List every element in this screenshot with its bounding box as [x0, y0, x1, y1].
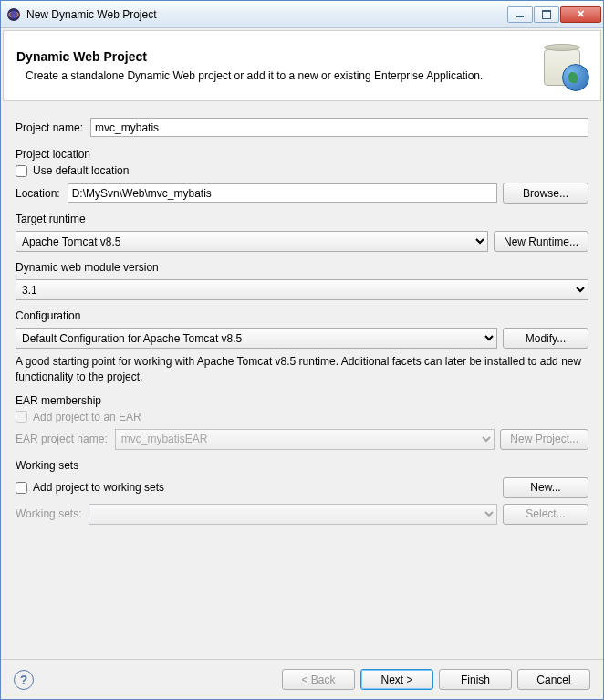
working-sets-select: [89, 504, 497, 525]
cancel-button[interactable]: Cancel: [517, 669, 590, 690]
finish-button[interactable]: Finish: [439, 669, 512, 690]
use-default-location-label: Use default location: [33, 164, 129, 177]
eclipse-icon: [6, 7, 21, 22]
titlebar: New Dynamic Web Project ✕: [1, 1, 603, 28]
working-sets-legend: Working sets: [16, 459, 588, 472]
location-input[interactable]: [68, 183, 497, 203]
page-subtitle: Create a standalone Dynamic Web project …: [16, 69, 531, 82]
ear-project-name-select: mvc_mybatisEAR: [115, 429, 495, 450]
project-name-label: Project name:: [16, 121, 83, 134]
help-icon[interactable]: ?: [14, 670, 34, 690]
page-title: Dynamic Web Project: [16, 49, 531, 64]
dialog-window: New Dynamic Web Project ✕ Dynamic Web Pr…: [0, 0, 604, 700]
module-version-legend: Dynamic web module version: [16, 261, 588, 274]
add-to-working-sets-label: Add project to working sets: [33, 481, 164, 494]
close-button[interactable]: ✕: [560, 6, 601, 23]
back-button: < Back: [282, 669, 355, 690]
maximize-button[interactable]: [534, 6, 559, 23]
content-area: Project name: Project location Use defau…: [1, 103, 603, 659]
target-runtime-legend: Target runtime: [16, 213, 588, 225]
module-version-select[interactable]: 3.1: [16, 279, 588, 300]
configuration-select[interactable]: Default Configuration for Apache Tomcat …: [16, 328, 497, 349]
project-name-input[interactable]: [90, 118, 588, 137]
modify-button[interactable]: Modify...: [503, 328, 588, 349]
target-runtime-select[interactable]: Apache Tomcat v8.5: [16, 231, 488, 252]
add-to-ear-label: Add project to an EAR: [33, 411, 141, 423]
project-location-legend: Project location: [16, 148, 588, 161]
location-label: Location:: [16, 187, 60, 200]
minimize-button[interactable]: [507, 6, 533, 23]
configuration-legend: Configuration: [16, 309, 588, 322]
working-sets-label: Working sets:: [16, 507, 81, 520]
browse-button[interactable]: Browse...: [503, 183, 588, 204]
window-controls: ✕: [507, 6, 601, 23]
configuration-hint: A good starting point for working with A…: [16, 354, 588, 385]
wizard-icon: [540, 42, 588, 89]
new-ear-project-button: New Project...: [500, 429, 588, 450]
footer: ? < Back Next > Finish Cancel: [1, 659, 603, 699]
new-runtime-button[interactable]: New Runtime...: [494, 231, 588, 252]
add-to-working-sets-checkbox[interactable]: [16, 482, 27, 494]
next-button[interactable]: Next >: [360, 669, 433, 690]
new-working-set-button[interactable]: New...: [503, 477, 588, 498]
use-default-location-checkbox[interactable]: [16, 165, 27, 177]
add-to-ear-checkbox[interactable]: [16, 411, 27, 423]
ear-project-name-label: EAR project name:: [16, 433, 108, 445]
ear-membership-legend: EAR membership: [16, 394, 588, 407]
svg-point-2: [10, 10, 17, 17]
header-banner: Dynamic Web Project Create a standalone …: [3, 30, 601, 101]
window-title: New Dynamic Web Project: [26, 8, 507, 21]
select-working-sets-button: Select...: [503, 504, 588, 525]
